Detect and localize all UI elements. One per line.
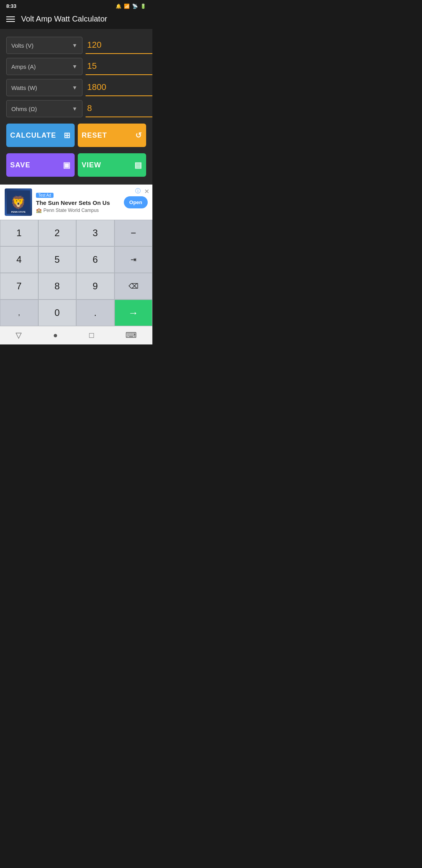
numpad-key-5[interactable]: 5 xyxy=(38,246,77,273)
nav-bar: ▽ ● □ ⌨ xyxy=(0,326,152,344)
ad-privacy-button[interactable]: ⓘ xyxy=(135,188,141,195)
ohms-dropdown[interactable]: Ohms (Ω) ▼ xyxy=(6,100,82,117)
nav-back-button[interactable]: ▽ xyxy=(16,330,21,340)
numpad-key-minus[interactable]: − xyxy=(114,220,153,246)
volts-row: Volts (V) ▼ xyxy=(6,37,146,54)
watts-arrow-icon: ▼ xyxy=(72,84,77,91)
psu-logo-svg: 🦁 PENN STATE xyxy=(7,190,30,214)
psu-icon: 🏫 xyxy=(36,208,42,213)
numpad-key-tab[interactable]: ⇥ xyxy=(114,246,153,273)
numpad-key-0[interactable]: 0 xyxy=(38,299,77,326)
amps-dropdown[interactable]: Amps (A) ▼ xyxy=(6,58,82,75)
status-bar: 8:33 🔔 📶 📡 🔋 xyxy=(0,0,152,11)
numpad-key-4[interactable]: 4 xyxy=(0,246,38,273)
numpad-key-dot[interactable]: . xyxy=(76,299,114,326)
numpad-key-backspace[interactable]: ⌫ xyxy=(114,273,153,299)
ad-subtitle: 🏫 Penn State World Campus xyxy=(36,208,120,213)
main-content: Volts (V) ▼ Amps (A) ▼ Watts (W) ▼ Ohms … xyxy=(0,29,152,185)
amps-arrow-icon: ▼ xyxy=(72,63,77,70)
ad-banner: 🦁 PENN STATE Test Ad The Sun Never Sets … xyxy=(0,185,152,220)
ad-test-badge: Test Ad xyxy=(36,193,54,198)
watts-row: Watts (W) ▼ xyxy=(6,79,146,96)
numpad-key-7[interactable]: 7 xyxy=(0,273,38,299)
volts-label: Volts (V) xyxy=(11,42,34,49)
calculate-icon: ⊞ xyxy=(64,131,71,140)
ad-content: Test Ad The Sun Never Sets On Us 🏫 Penn … xyxy=(36,191,120,213)
reset-label: RESET xyxy=(82,131,107,140)
volts-arrow-icon: ▼ xyxy=(72,42,77,48)
view-label: VIEW xyxy=(82,161,101,169)
svg-text:🦁: 🦁 xyxy=(11,195,26,210)
secondary-buttons: SAVE ▣ VIEW ▤ xyxy=(6,153,146,177)
ad-image: 🦁 PENN STATE xyxy=(5,188,32,216)
numpad-key-1[interactable]: 1 xyxy=(0,220,38,246)
amps-label: Amps (A) xyxy=(11,63,36,70)
menu-button[interactable] xyxy=(6,16,15,22)
save-button[interactable]: SAVE ▣ xyxy=(6,153,75,177)
numpad-key-9[interactable]: 9 xyxy=(76,273,114,299)
nav-keyboard-button[interactable]: ⌨ xyxy=(125,330,137,340)
numpad-key-2[interactable]: 2 xyxy=(38,220,77,246)
status-time: 8:33 xyxy=(6,3,16,9)
wifi-icon: 📶 xyxy=(124,4,130,9)
notification-icon: 🔔 xyxy=(116,4,122,9)
ohms-arrow-icon: ▼ xyxy=(72,106,77,112)
reset-button[interactable]: RESET ↺ xyxy=(78,124,146,147)
amps-row: Amps (A) ▼ xyxy=(6,58,146,75)
ad-title: The Sun Never Sets On Us xyxy=(36,199,120,207)
view-icon: ▤ xyxy=(134,160,142,170)
amps-input[interactable] xyxy=(86,58,152,75)
app-title: Volt Amp Watt Calculator xyxy=(21,14,107,23)
numpad-key-go[interactable]: → xyxy=(114,299,153,326)
nav-home-button[interactable]: ● xyxy=(53,331,58,340)
svg-text:PENN STATE: PENN STATE xyxy=(11,211,25,213)
watts-label: Watts (W) xyxy=(11,84,37,91)
calculate-button[interactable]: CALCULATE ⊞ xyxy=(6,124,75,147)
nav-recents-button[interactable]: □ xyxy=(89,331,94,340)
numpad-key-6[interactable]: 6 xyxy=(76,246,114,273)
volts-dropdown[interactable]: Volts (V) ▼ xyxy=(6,37,82,54)
backspace-icon: ⌫ xyxy=(129,282,138,291)
volts-input[interactable] xyxy=(86,37,152,54)
battery-icon: 🔋 xyxy=(140,4,146,9)
view-button[interactable]: VIEW ▤ xyxy=(78,153,146,177)
watts-dropdown[interactable]: Watts (W) ▼ xyxy=(6,79,82,96)
ohms-input[interactable] xyxy=(86,100,152,117)
primary-buttons: CALCULATE ⊞ RESET ↺ xyxy=(6,124,146,147)
ad-open-button[interactable]: Open xyxy=(124,196,148,208)
ohms-row: Ohms (Ω) ▼ xyxy=(6,100,146,117)
save-label: SAVE xyxy=(10,161,30,169)
numpad-key-comma[interactable]: , xyxy=(0,299,38,326)
ad-close-button[interactable]: ✕ xyxy=(144,188,149,195)
calculate-label: CALCULATE xyxy=(10,131,56,140)
numpad-key-8[interactable]: 8 xyxy=(38,273,77,299)
status-icons: 🔔 📶 📡 🔋 xyxy=(116,4,146,9)
watts-input[interactable] xyxy=(86,79,152,96)
reset-icon: ↺ xyxy=(135,131,142,140)
app-bar: Volt Amp Watt Calculator xyxy=(0,11,152,29)
numpad-key-3[interactable]: 3 xyxy=(76,220,114,246)
ohms-label: Ohms (Ω) xyxy=(11,106,37,112)
numpad: 1 2 3 − 4 5 6 ⇥ 7 8 9 ⌫ , 0 . → xyxy=(0,220,152,326)
save-icon: ▣ xyxy=(63,160,71,170)
signal-icon: 📡 xyxy=(132,4,138,9)
